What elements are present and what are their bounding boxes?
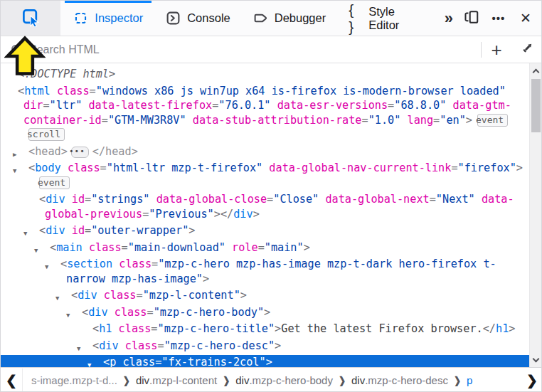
add-node-button[interactable]: + — [482, 37, 511, 63]
code-token: = — [102, 114, 108, 127]
code-token: "outer-wrapper" — [91, 224, 188, 237]
code-token: < — [103, 356, 110, 367]
breadcrumb-scroll-right-button[interactable]: ❯ — [521, 369, 542, 392]
code-token: < — [82, 306, 88, 319]
code-token: "mzp-l-content" — [143, 289, 240, 302]
code-token: < — [92, 322, 99, 335]
element-picker-icon — [21, 8, 41, 29]
console-icon — [166, 11, 181, 26]
code-token: data-esr-versions — [271, 99, 388, 112]
scrollbar[interactable] — [529, 63, 541, 367]
breadcrumb-separator-icon: ❯ — [452, 374, 462, 386]
code-token: "firefox" — [458, 161, 516, 174]
code-token: > — [275, 322, 281, 335]
breadcrumb-tag: div — [235, 374, 249, 386]
code-token: body — [35, 161, 61, 174]
code-token: "76.0.1" — [218, 99, 270, 112]
tab-style-editor[interactable]: { } Style Editor — [339, 1, 436, 36]
code-token: </ — [220, 208, 233, 221]
code-token: "Close" — [273, 193, 319, 206]
tab-inspector[interactable]: Inspector — [63, 1, 153, 36]
code-token: data-global-close — [149, 193, 267, 206]
toolbar-right-controls: ••• ✕ — [460, 1, 542, 36]
responsive-design-mode-button[interactable] — [460, 6, 483, 31]
breadcrumb-separator-icon: ❯ — [337, 374, 347, 386]
element-picker-button[interactable] — [1, 1, 60, 36]
code-token: < — [71, 289, 78, 302]
code-token: h1 — [496, 322, 509, 335]
code-token: head — [105, 145, 132, 158]
inline-expander[interactable]: ••• — [71, 147, 89, 158]
markup-row-selected[interactable]: ▼<p class="fx-trains-2col"> — [1, 355, 531, 367]
code-token: "fx-trains-2col" — [161, 356, 265, 367]
eyedropper-button[interactable] — [511, 37, 542, 63]
code-token: class — [116, 356, 155, 367]
code-token: html — [24, 85, 51, 97]
code-token: "mzp-c-hero-desc" — [164, 339, 275, 352]
code-token: </ — [483, 322, 496, 335]
markup-row[interactable]: ▼<div class="mzp-c-hero-desc"> — [1, 339, 531, 354]
code-token: = — [142, 208, 149, 221]
tab-label: Debugger — [275, 11, 326, 25]
markup-row[interactable]: ▼<div id="outer-wrapper"> — [1, 223, 531, 238]
breadcrumb-item[interactable]: p — [462, 374, 477, 386]
code-token: head — [35, 145, 61, 158]
code-token: > — [509, 322, 515, 335]
markup-row[interactable]: ▶<head>•••</head> — [1, 144, 531, 159]
code-token: div — [46, 224, 65, 237]
breadcrumb-classes: .mzp-c-hero-desc — [365, 374, 448, 386]
code-token: </ — [92, 145, 105, 158]
markup-row[interactable]: <h1 class="mzp-c-hero-title">Get the lat… — [1, 322, 531, 337]
markup-row[interactable]: ▼<main class="main-download" role="main"… — [1, 240, 531, 255]
code-token: = — [147, 306, 153, 319]
chevron-double-right-icon: » — [445, 9, 452, 28]
tab-debugger[interactable]: Debugger — [243, 1, 336, 36]
breadcrumb-scroll-left-button[interactable]: ❮ — [1, 369, 22, 392]
code-token: = — [430, 193, 436, 206]
scroll-badge[interactable]: scroll — [28, 128, 65, 141]
meatball-menu-button[interactable]: ••• — [487, 6, 510, 31]
meatball-menu-icon: ••• — [492, 12, 506, 24]
breadcrumb-item[interactable]: div.mzp-l-content — [132, 374, 221, 386]
scrollbar-thumb[interactable] — [531, 79, 541, 132]
code-token: "main-download" — [128, 241, 225, 254]
breadcrumb-item[interactable]: s-image.mzp-t-d... — [27, 374, 122, 386]
code-token: < — [60, 258, 67, 270]
chevron-up-icon — [533, 68, 540, 75]
code-token: class — [112, 258, 152, 270]
breadcrumb-tag: p — [467, 374, 472, 386]
scrollbar-down-button[interactable] — [530, 354, 542, 366]
devtools-window: Inspector Console Debugger { } Style Edi… — [0, 0, 542, 392]
code-token: class — [51, 85, 90, 97]
breadcrumb-tag: div — [136, 374, 149, 386]
markup-row[interactable]: ▼<div class="mzp-c-hero-body"> — [1, 305, 531, 320]
code-token: "windows x86 js win7up x64 is-firefox is… — [96, 85, 506, 97]
code-token: > — [264, 306, 270, 319]
search-html-input[interactable] — [1, 43, 481, 56]
markup-row[interactable]: ▼<section class="mzp-c-hero mzp-has-imag… — [1, 257, 531, 286]
code-token: <!DOCTYPE html> — [18, 68, 115, 80]
code-token: "html-ltr mzp-t-firefox" — [107, 161, 262, 174]
tab-label: Console — [187, 11, 230, 25]
breadcrumb-item[interactable]: div.mzp-c-hero-body — [231, 374, 337, 386]
more-tabs-button[interactable]: » — [436, 1, 460, 36]
code-token: = — [362, 114, 368, 127]
tab-console[interactable]: Console — [156, 1, 240, 36]
markup-row[interactable]: <div id="strings" data-global-close="Clo… — [1, 192, 531, 221]
markup-row[interactable]: <html class="windows x86 js win7up x64 i… — [1, 84, 531, 142]
event-badge[interactable]: event — [39, 176, 70, 189]
code-token: "1.0" — [368, 114, 401, 127]
code-token: > — [214, 208, 220, 221]
event-badge[interactable]: event — [477, 114, 508, 127]
close-devtools-button[interactable]: ✕ — [514, 6, 537, 31]
scrollbar-up-button[interactable] — [530, 65, 542, 76]
code-token: "ltr" — [50, 99, 83, 112]
markup-row[interactable]: ▼<div class="mzp-l-content"> — [1, 288, 531, 303]
code-token: < — [50, 241, 56, 254]
code-token: > — [275, 339, 281, 352]
markup-row[interactable]: <!DOCTYPE html> — [1, 67, 531, 82]
markup-row[interactable]: ▼<body class="html-ltr mzp-t-firefox" da… — [1, 161, 531, 190]
braces-icon: { } — [349, 1, 362, 36]
code-token: "strings" — [91, 193, 149, 206]
breadcrumb-item[interactable]: div.mzp-c-hero-desc — [347, 374, 452, 386]
